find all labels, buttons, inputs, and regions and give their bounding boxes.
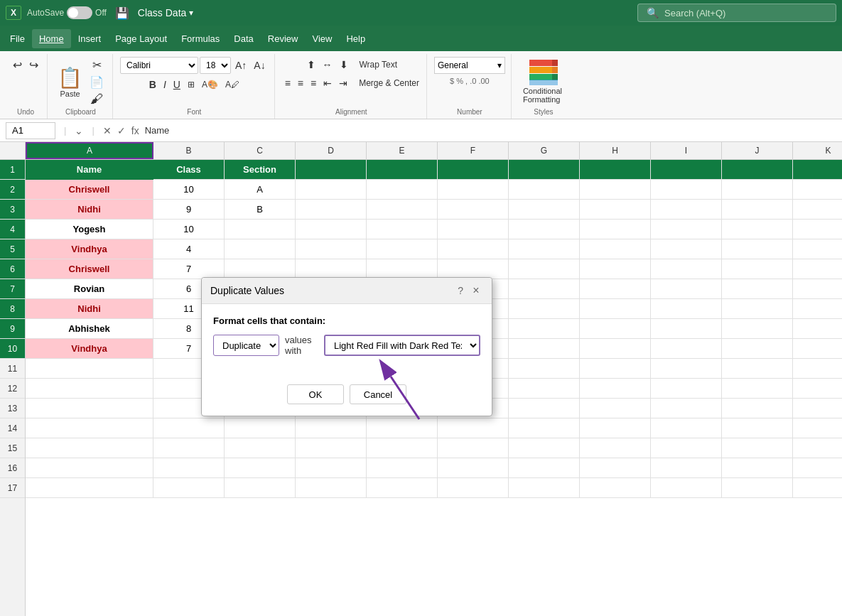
cell-r1c8[interactable] <box>580 160 651 180</box>
cell-r12c10[interactable] <box>722 379 793 399</box>
cell-r14c5[interactable] <box>367 418 438 438</box>
cell-r1c6[interactable] <box>438 160 509 180</box>
menu-data[interactable]: Data <box>227 29 260 48</box>
cell-r7c10[interactable] <box>722 279 793 299</box>
cell-r9c9[interactable] <box>651 319 722 339</box>
row-num-1[interactable]: 1 <box>0 160 25 180</box>
cell-r15c4[interactable] <box>296 438 367 458</box>
cell-r14c10[interactable] <box>722 418 793 438</box>
number-format-select[interactable]: General ▾ <box>434 57 505 74</box>
row-num-2[interactable]: 2 <box>0 180 25 200</box>
col-header-k[interactable]: K <box>793 142 842 159</box>
cell-r6c2[interactable]: 7 <box>153 259 225 279</box>
merge-center-button[interactable]: Merge & Center <box>357 77 421 90</box>
cell-r9c10[interactable] <box>722 319 793 339</box>
row-num-15[interactable]: 15 <box>0 438 25 458</box>
cell-r10c8[interactable] <box>580 339 651 359</box>
cell-r4c3[interactable] <box>225 220 296 239</box>
cell-r17c4[interactable] <box>296 478 367 498</box>
col-header-d[interactable]: D <box>296 142 367 159</box>
cell-r2c7[interactable] <box>509 180 580 200</box>
cell-r17c8[interactable] <box>580 478 651 498</box>
row-num-9[interactable]: 9 <box>0 319 25 339</box>
cell-r13c1[interactable] <box>26 399 153 418</box>
redo-button[interactable]: ↪ <box>26 57 41 72</box>
row-num-16[interactable]: 16 <box>0 458 25 478</box>
cell-r7c8[interactable] <box>580 279 651 299</box>
cell-r17c7[interactable] <box>509 478 580 498</box>
cell-r11c1[interactable] <box>26 359 153 379</box>
fill-color-button[interactable]: A🎨 <box>199 77 221 92</box>
align-right-button[interactable]: ≡ <box>308 75 319 91</box>
cell-r16c9[interactable] <box>651 458 722 478</box>
cell-r14c8[interactable] <box>580 418 651 438</box>
cell-r6c9[interactable] <box>651 259 722 279</box>
cell-r3c4[interactable] <box>296 200 367 220</box>
cell-r17c11[interactable] <box>793 478 842 498</box>
cell-r15c8[interactable] <box>580 438 651 458</box>
menu-home[interactable]: Home <box>32 29 71 48</box>
cell-r8c1[interactable]: Nidhi <box>26 299 153 319</box>
duplicate-type-select[interactable]: Duplicate Unique <box>213 335 279 356</box>
menu-help[interactable]: Help <box>339 29 372 48</box>
col-header-b[interactable]: B <box>153 142 225 159</box>
cell-r14c9[interactable] <box>651 418 722 438</box>
cell-r3c10[interactable] <box>722 200 793 220</box>
cell-r2c5[interactable] <box>367 180 438 200</box>
align-top-button[interactable]: ⬆ <box>304 57 318 72</box>
undo-button[interactable]: ↩ <box>10 57 25 72</box>
cell-r3c8[interactable] <box>580 200 651 220</box>
decrease-indent-button[interactable]: ⇤ <box>320 75 335 91</box>
cell-r15c6[interactable] <box>438 438 509 458</box>
cell-r13c7[interactable] <box>509 399 580 418</box>
cell-r11c11[interactable] <box>793 359 842 379</box>
col-header-h[interactable]: H <box>580 142 651 159</box>
cell-r6c1[interactable]: Chriswell <box>26 259 153 279</box>
cell-r13c11[interactable] <box>793 399 842 418</box>
cell-r9c11[interactable] <box>793 319 842 339</box>
cell-r7c9[interactable] <box>651 279 722 299</box>
cell-r16c3[interactable] <box>225 458 296 478</box>
borders-button[interactable]: ⊞ <box>185 77 198 92</box>
row-num-13[interactable]: 13 <box>0 399 25 418</box>
expand-icon[interactable]: ⌄ <box>75 125 83 136</box>
font-name-select[interactable]: Calibri <box>120 57 198 74</box>
cell-r3c7[interactable] <box>509 200 580 220</box>
cell-r3c9[interactable] <box>651 200 722 220</box>
cell-r6c6[interactable] <box>438 259 509 279</box>
cell-r9c8[interactable] <box>580 319 651 339</box>
col-header-g[interactable]: G <box>509 142 580 159</box>
autosave-toggle[interactable] <box>67 6 92 19</box>
cell-r1c2[interactable]: Class <box>153 160 225 180</box>
cell-r4c5[interactable] <box>367 220 438 239</box>
cell-r1c11[interactable] <box>793 160 842 180</box>
ok-button[interactable]: OK <box>287 384 344 404</box>
cell-r14c7[interactable] <box>509 418 580 438</box>
search-bar[interactable]: 🔍 Search (Alt+Q) <box>637 4 836 22</box>
cell-r16c11[interactable] <box>793 458 842 478</box>
cell-r4c6[interactable] <box>438 220 509 239</box>
cell-r6c11[interactable] <box>793 259 842 279</box>
cell-r6c7[interactable] <box>509 259 580 279</box>
cell-r1c10[interactable] <box>722 160 793 180</box>
cell-r14c1[interactable] <box>26 418 153 438</box>
cell-r1c4[interactable] <box>296 160 367 180</box>
menu-file[interactable]: File <box>3 29 32 48</box>
cell-r10c9[interactable] <box>651 339 722 359</box>
bold-button[interactable]: B <box>146 77 159 92</box>
cell-reference-box[interactable]: A1 <box>6 122 55 139</box>
wrap-text-button[interactable]: Wrap Text <box>358 58 399 71</box>
cell-r13c10[interactable] <box>722 399 793 418</box>
cell-r9c1[interactable]: Abhishek <box>26 319 153 339</box>
cell-r2c6[interactable] <box>438 180 509 200</box>
dialog-close-button[interactable]: × <box>469 283 483 298</box>
confirm-formula-icon[interactable]: ✓ <box>117 125 126 136</box>
cell-r4c2[interactable]: 10 <box>153 220 225 239</box>
cell-r5c11[interactable] <box>793 239 842 259</box>
menu-page-layout[interactable]: Page Layout <box>108 29 174 48</box>
cancel-formula-icon[interactable]: ✕ <box>103 125 112 136</box>
cell-r16c7[interactable] <box>509 458 580 478</box>
menu-insert[interactable]: Insert <box>71 29 109 48</box>
align-left-button[interactable]: ≡ <box>282 75 293 91</box>
cell-r2c3[interactable]: A <box>225 180 296 200</box>
